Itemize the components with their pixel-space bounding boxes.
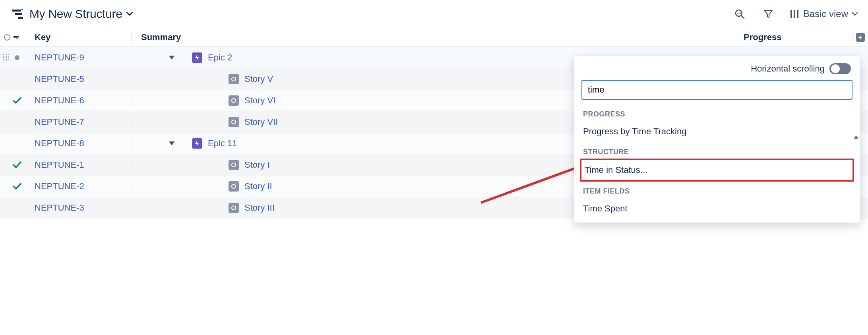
column-option[interactable]: Time Spent <box>574 198 860 219</box>
svg-rect-7 <box>790 10 792 18</box>
column-group-label: PROGRESS <box>574 105 860 121</box>
expand-toggle-icon[interactable] <box>169 56 174 60</box>
issue-summary-text: Story III <box>244 203 275 213</box>
column-header-row: Key Summary Progress + <box>0 28 868 47</box>
expand-all-icon[interactable] <box>13 32 20 43</box>
column-header-progress[interactable]: Progress <box>733 32 852 43</box>
filter-button[interactable] <box>761 7 775 21</box>
structure-title-dropdown[interactable]: My New Structure <box>29 7 133 21</box>
scroll-up-icon <box>854 136 858 139</box>
issue-summary-text: Epic 11 <box>208 138 237 149</box>
chevron-down-icon <box>852 12 858 16</box>
structure-title-text: My New Structure <box>29 7 122 21</box>
column-option[interactable]: Time in Status... <box>580 159 854 182</box>
row-gutter <box>0 203 24 213</box>
popover-scrollbar[interactable] <box>853 136 859 223</box>
issue-key[interactable]: NEPTUNE-3 <box>24 203 131 213</box>
svg-line-5 <box>741 15 744 18</box>
column-group-label: STRUCTURE <box>574 142 860 159</box>
issue-key[interactable]: NEPTUNE-7 <box>24 117 131 127</box>
select-all-icon[interactable] <box>4 34 10 41</box>
epic-type-icon <box>192 52 202 63</box>
story-type-icon <box>229 203 239 213</box>
issue-key[interactable]: NEPTUNE-9 <box>24 52 131 63</box>
status-done-icon <box>12 160 22 170</box>
horizontal-scroll-toggle[interactable] <box>829 63 851 74</box>
column-search-field[interactable] <box>581 80 852 100</box>
drag-handle-icon[interactable] <box>2 53 9 62</box>
status-done-icon <box>12 96 22 105</box>
structure-logo-icon <box>12 9 24 19</box>
row-gutter <box>0 117 24 127</box>
story-type-icon <box>229 74 239 84</box>
story-type-icon <box>229 181 239 192</box>
column-header-summary[interactable]: Summary <box>131 32 733 43</box>
row-handle-header <box>0 32 24 43</box>
status-none <box>12 139 22 148</box>
svg-rect-0 <box>12 10 21 12</box>
column-search-input[interactable] <box>588 85 846 95</box>
issue-summary-text: Story VII <box>244 117 278 127</box>
story-type-icon <box>229 160 239 170</box>
row-gutter <box>0 96 24 105</box>
svg-rect-3 <box>21 9 23 10</box>
column-option[interactable]: Progress by Time Tracking <box>574 121 860 142</box>
chevron-down-icon <box>126 12 133 16</box>
column-header-key[interactable]: Key <box>24 32 131 43</box>
status-none <box>12 203 22 213</box>
search-button[interactable] <box>732 7 747 21</box>
svg-rect-9 <box>797 10 798 18</box>
story-type-icon <box>229 95 239 106</box>
expand-toggle-icon[interactable] <box>169 141 174 145</box>
search-icon <box>734 9 745 19</box>
issue-summary-text: Story VI <box>244 95 275 106</box>
story-type-icon <box>229 117 239 127</box>
issue-summary-text: Story II <box>244 181 272 192</box>
issue-key[interactable]: NEPTUNE-5 <box>24 74 131 84</box>
add-column-button[interactable]: + <box>852 33 868 42</box>
plus-icon: + <box>856 33 865 42</box>
row-gutter <box>0 53 24 62</box>
issue-key[interactable]: NEPTUNE-6 <box>24 95 131 106</box>
status-none <box>12 117 22 127</box>
epic-type-icon <box>192 138 202 149</box>
svg-rect-2 <box>18 17 23 19</box>
issue-summary-text: Story I <box>244 160 270 170</box>
issue-key[interactable]: NEPTUNE-2 <box>24 181 131 192</box>
issue-summary-text: Story V <box>244 74 273 84</box>
issue-key[interactable]: NEPTUNE-8 <box>24 138 131 149</box>
issue-key[interactable]: NEPTUNE-1 <box>24 160 131 170</box>
view-picker[interactable]: Basic view <box>790 8 858 19</box>
row-gutter <box>0 139 24 148</box>
filter-icon <box>763 9 773 19</box>
svg-rect-1 <box>15 13 22 15</box>
status-done-icon <box>12 182 22 191</box>
issue-summary-text: Epic 2 <box>208 52 232 63</box>
add-column-popover: Horizontal scrolling PROGRESSProgress by… <box>574 56 860 223</box>
status-dot-icon <box>12 53 22 62</box>
column-group-label: ITEM FIELDS <box>574 182 860 198</box>
top-toolbar: My New Structure Basi <box>0 0 868 28</box>
svg-rect-8 <box>794 10 795 18</box>
row-gutter <box>0 182 24 191</box>
view-picker-label: Basic view <box>803 8 848 19</box>
horizontal-scroll-label: Horizontal scrolling <box>751 64 825 74</box>
columns-icon <box>790 9 799 19</box>
status-none <box>12 74 22 84</box>
row-gutter <box>0 160 24 170</box>
row-gutter <box>0 74 24 84</box>
